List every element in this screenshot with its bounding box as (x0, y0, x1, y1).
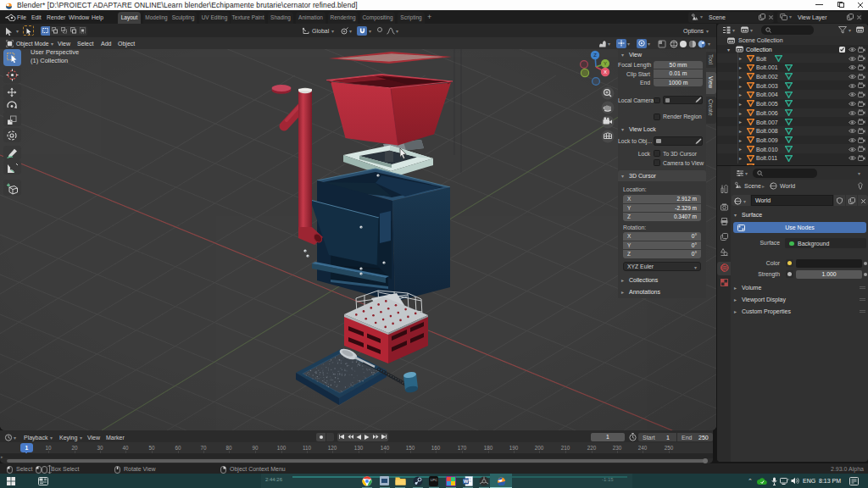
svg-text:X: X (604, 69, 607, 75)
svg-text:W: W (464, 479, 469, 484)
svg-text:Z: Z (593, 53, 597, 58)
svg-text:Y: Y (604, 61, 607, 66)
